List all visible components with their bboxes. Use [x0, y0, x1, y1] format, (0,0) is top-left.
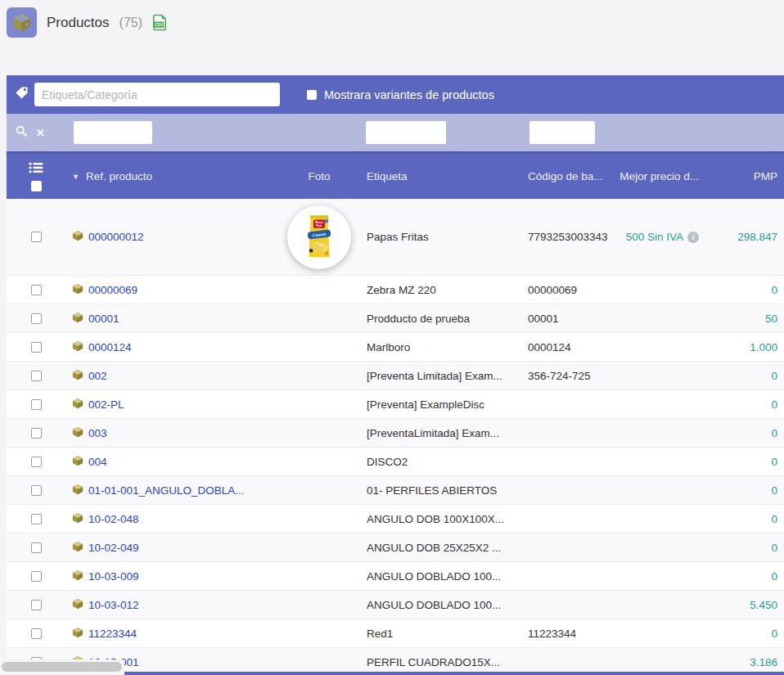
product-pmp: 0	[710, 562, 784, 590]
column-header-codigo[interactable]: Código de ba...	[521, 170, 615, 182]
row-checkbox[interactable]	[31, 628, 42, 639]
product-pmp: 0	[710, 276, 784, 304]
product-ref-link[interactable]: 10-03-009	[88, 570, 139, 583]
row-checkbox[interactable]	[31, 542, 42, 553]
table-row: 01-01-001_ANGULO_DOBLA... 01- PERFILES A…	[7, 476, 784, 505]
table-row: 0000124 Marlboro 0000124 i 1.000	[7, 333, 784, 362]
sort-desc-icon: ▼	[72, 173, 79, 181]
product-pmp: 0	[710, 533, 784, 561]
best-price-cell: i	[615, 505, 710, 533]
best-price-cell: i	[615, 276, 710, 304]
product-pmp: 0	[710, 390, 784, 418]
page-title: Productos	[47, 15, 110, 31]
column-header-etiqueta[interactable]: Etiqueta	[360, 170, 521, 182]
column-header-pmp[interactable]: PMP	[710, 170, 784, 182]
product-barcode: 00000069	[521, 276, 615, 304]
category-filter-bar: Mostrara variantes de productos	[7, 75, 784, 114]
product-pmp: 0	[710, 362, 784, 389]
row-checkbox[interactable]	[31, 571, 42, 582]
best-price-cell: i	[615, 476, 710, 504]
next-section-bar	[124, 672, 784, 675]
product-ref-link[interactable]: 000000012	[88, 231, 144, 243]
product-box-icon	[7, 7, 37, 38]
product-cube-icon	[72, 512, 83, 526]
product-label: ANGULO DOB 100X100X...	[360, 505, 521, 533]
product-barcode: 11223344	[521, 619, 615, 647]
product-photo[interactable]: Marco Polo Caseras	[287, 205, 351, 269]
product-label: [PreventaLimitada] Exam...	[360, 419, 521, 447]
search-ref-input[interactable]	[74, 121, 152, 144]
csv-file-icon[interactable]: CSV	[152, 14, 167, 31]
product-label: ANGULO DOB 25X25X2 ...	[360, 533, 521, 561]
search-icon[interactable]	[16, 125, 28, 141]
column-header-ref[interactable]: ▼ Ref. producto	[65, 170, 278, 182]
product-label: ANGULO DOBLADO 100...	[360, 562, 521, 590]
product-barcode	[521, 505, 615, 533]
show-variants-checkbox[interactable]	[307, 90, 317, 100]
record-count: (75)	[119, 16, 142, 30]
search-codigo-input[interactable]	[529, 121, 595, 144]
product-ref-link[interactable]: 00000069	[88, 284, 137, 296]
product-barcode	[521, 448, 615, 475]
list-columns-icon[interactable]	[29, 162, 43, 176]
product-barcode	[521, 562, 615, 590]
best-price-cell: i	[615, 419, 710, 447]
row-checkbox[interactable]	[31, 399, 42, 410]
product-cube-icon	[72, 541, 83, 555]
table-row: 10-03-009 ANGULO DOBLADO 100... i 0	[7, 562, 784, 591]
row-checkbox[interactable]	[31, 342, 42, 353]
product-cube-icon	[72, 340, 83, 354]
horizontal-scrollbar-thumb[interactable]	[2, 662, 122, 672]
product-cube-icon	[72, 398, 83, 412]
product-barcode	[521, 591, 615, 619]
product-ref-link[interactable]: 004	[88, 456, 107, 468]
info-icon[interactable]: i	[687, 232, 699, 243]
product-ref-link[interactable]: 0000124	[88, 341, 132, 353]
row-checkbox[interactable]	[31, 514, 42, 524]
table-row: 11223344 Red1 11223344 i 0	[7, 619, 784, 648]
row-checkbox[interactable]	[31, 600, 42, 610]
row-checkbox[interactable]	[31, 457, 42, 467]
product-ref-link[interactable]: 003	[88, 427, 107, 439]
product-barcode	[521, 533, 615, 561]
products-page: Productos (75) CSV	[0, 0, 784, 675]
product-ref-link[interactable]: 00001	[88, 313, 119, 325]
product-ref-link[interactable]: 11223344	[88, 628, 137, 640]
best-price-cell: i	[615, 448, 710, 475]
best-price-value: 500 Sin IVA	[626, 231, 683, 243]
product-pmp: 298.847	[710, 199, 784, 275]
product-label: [Preventa] ExampleDisc	[360, 390, 521, 418]
product-label: Marlboro	[360, 333, 521, 361]
row-checkbox[interactable]	[31, 371, 42, 381]
product-ref-link[interactable]: 10-02-048	[88, 513, 139, 525]
row-checkbox[interactable]	[31, 285, 42, 295]
product-barcode: 7793253003343	[521, 199, 615, 275]
product-ref-link[interactable]: 01-01-001_ANGULO_DOBLA...	[88, 484, 245, 497]
category-filter-input[interactable]	[34, 83, 280, 106]
column-header-foto[interactable]: Foto	[278, 170, 360, 182]
select-all-checkbox[interactable]	[31, 181, 42, 191]
product-barcode	[521, 390, 615, 418]
row-checkbox[interactable]	[31, 232, 42, 242]
row-checkbox[interactable]	[31, 428, 42, 439]
row-checkbox[interactable]	[31, 313, 42, 324]
product-ref-link[interactable]: 10-03-012	[88, 599, 139, 611]
table-row: 00000069 Zebra MZ 220 00000069 i 0	[7, 276, 784, 304]
search-etiqueta-input[interactable]	[366, 121, 446, 144]
product-barcode	[521, 419, 615, 447]
product-ref-link[interactable]: 10-02-049	[88, 542, 139, 554]
product-cube-icon	[72, 484, 83, 497]
product-cube-icon	[72, 369, 83, 383]
page-header: Productos (75) CSV	[0, 0, 784, 75]
column-header-mejor-precio[interactable]: Mejor precio d...	[615, 170, 710, 182]
row-checkbox[interactable]	[31, 485, 42, 496]
product-cube-icon	[72, 230, 83, 244]
product-label: Red1	[360, 619, 521, 647]
product-cube-icon	[72, 627, 83, 641]
product-ref-link[interactable]: 002	[88, 370, 107, 382]
product-pmp: 0	[710, 448, 784, 475]
product-ref-link[interactable]: 002-PL	[88, 398, 124, 411]
clear-filters-icon[interactable]: ✕	[36, 128, 45, 138]
product-label: [Preventa Limitada] Exam...	[360, 362, 521, 389]
column-search-row: ✕	[7, 114, 784, 151]
